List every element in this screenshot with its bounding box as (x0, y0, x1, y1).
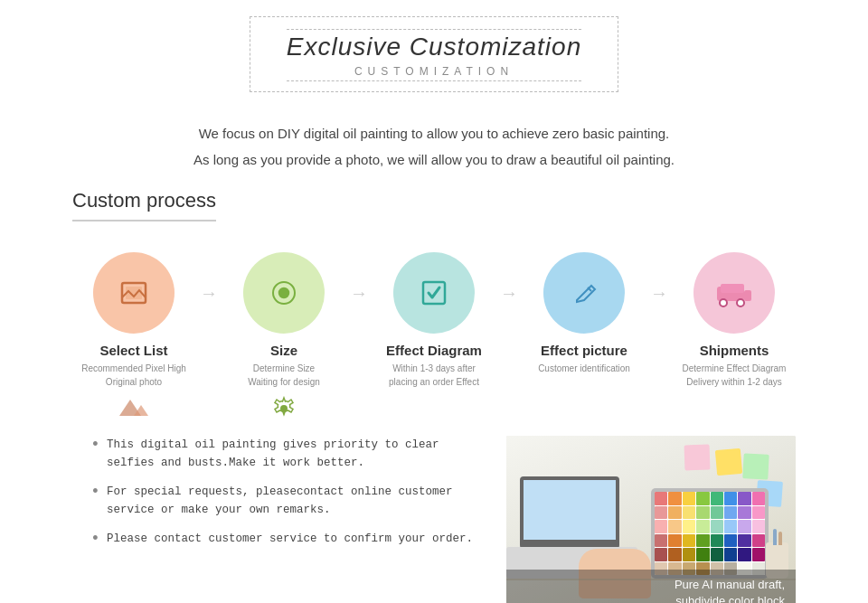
image-caption: Pure AI manual draft, subdivide color bl… (517, 577, 785, 603)
color-cell (696, 492, 709, 505)
color-cell (683, 548, 695, 561)
product-image: Pure AI manual draft, subdivide color bl… (506, 436, 796, 603)
caption-line2: subdivide color block (675, 594, 785, 603)
color-cell (655, 506, 667, 520)
step-circle-3 (393, 252, 475, 334)
color-cell (738, 534, 750, 548)
monitor-body (520, 476, 619, 549)
intro-line2: As long as you provide a photo, we will … (72, 147, 796, 174)
svg-point-11 (720, 299, 727, 306)
header-border: Exclusive Customization CUSTOMIZATION (250, 16, 618, 92)
color-cell (711, 534, 723, 548)
svg-point-12 (737, 299, 744, 306)
step-item-4: Effect pictureCustomer identification (523, 252, 646, 375)
color-cell (752, 534, 765, 548)
color-cell (711, 520, 723, 533)
text-paragraph-list: This digital oil painting gives priority… (90, 436, 479, 548)
step-sub-icon-2 (271, 396, 297, 427)
step-item-2: SizeDetermine SizeWaiting for design (222, 252, 345, 427)
svg-line-8 (588, 287, 591, 291)
step-desc-1: Recommended Pixel HighOriginal photo (81, 362, 186, 389)
step-circle-5 (693, 252, 775, 334)
process-title: Custom process (72, 189, 216, 221)
image-overlay: Pure AI manual draft, subdivide color bl… (506, 570, 796, 603)
color-cell (683, 506, 695, 520)
bottom-section: This digital oil painting gives priority… (0, 436, 868, 603)
step-name-1: Select List (99, 343, 167, 358)
svg-rect-13 (721, 284, 744, 293)
color-cell (738, 506, 750, 520)
svg-point-4 (279, 288, 288, 297)
pencil (778, 532, 782, 545)
text-paragraph-2: For special requests, pleasecontact onli… (90, 483, 479, 519)
step-circle-4 (543, 252, 625, 334)
intro-line1: We focus on DIY digital oil painting to … (72, 121, 796, 147)
step-desc-4: Customer identification (538, 362, 630, 375)
sub-title: CUSTOMIZATION (287, 65, 581, 78)
color-cell (696, 506, 709, 520)
color-cell (668, 520, 681, 533)
color-cell (668, 534, 681, 548)
arrow-3: → (495, 283, 523, 304)
intro-section: We focus on DIY digital oil painting to … (72, 121, 796, 173)
step-desc-5: Determine Effect DiagramDelivery within … (683, 362, 787, 389)
color-cell (724, 492, 737, 505)
step-name-4: Effect picture (541, 343, 627, 358)
step-name-3: Effect Diagram (386, 343, 482, 358)
color-cell (668, 492, 681, 505)
color-cell (668, 506, 681, 520)
sticky-note-pink (684, 445, 711, 471)
color-cell (752, 520, 765, 533)
main-title: Exclusive Customization (287, 33, 581, 61)
text-paragraph-1: This digital oil painting gives priority… (90, 436, 479, 472)
color-cell (724, 534, 737, 548)
color-cell (696, 548, 709, 561)
caption-line1: Pure AI manual draft, (675, 578, 785, 591)
color-cell (752, 506, 765, 520)
color-cell (696, 520, 709, 533)
text-paragraph-3: Please contact customer service to confi… (90, 530, 479, 548)
step-item-3: Effect DiagramWithin 1-3 days afterplaci… (373, 252, 495, 389)
step-desc-3: Within 1-3 days afterplacing an order Ef… (389, 362, 479, 389)
color-cell (655, 492, 667, 505)
sticky-note-green (742, 453, 769, 479)
left-text-content: This digital oil painting gives priority… (72, 436, 479, 559)
color-cell (655, 548, 667, 561)
step-item-5: ShipmentsDetermine Effect DiagramDeliver… (673, 252, 796, 389)
color-cell (738, 492, 750, 505)
step-name-5: Shipments (700, 343, 769, 358)
color-cell (724, 548, 737, 561)
svg-rect-10 (744, 290, 751, 301)
step-name-2: Size (270, 343, 297, 358)
color-cell (711, 548, 723, 561)
color-cell (683, 534, 695, 548)
step-sub-icon-1 (119, 396, 148, 421)
step-desc-2: Determine SizeWaiting for design (248, 362, 320, 389)
step-item-1: Select ListRecommended Pixel HighOrigina… (72, 252, 195, 421)
color-cell (711, 492, 723, 505)
monitor-screen (524, 480, 616, 540)
color-cell (655, 520, 667, 533)
color-cell (655, 534, 667, 548)
color-cell (738, 520, 750, 533)
color-cell (752, 548, 765, 561)
color-cell (711, 506, 723, 520)
step-circle-1 (93, 252, 175, 334)
step-circle-2 (243, 252, 325, 334)
arrow-4: → (646, 283, 673, 304)
color-cell (696, 534, 709, 548)
steps-row: Select ListRecommended Pixel HighOrigina… (72, 252, 796, 427)
color-cell (683, 492, 695, 505)
pen (773, 529, 777, 545)
color-cell (724, 506, 737, 520)
sticky-note-yellow (715, 448, 742, 476)
color-cell (752, 492, 765, 505)
tablet-screen (655, 492, 765, 575)
arrow-1: → (195, 283, 222, 304)
color-cell (683, 520, 695, 533)
tablet (651, 488, 769, 579)
header-section: Exclusive Customization CUSTOMIZATION (0, 0, 868, 101)
color-cell (668, 548, 681, 561)
color-cell (738, 548, 750, 561)
arrow-2: → (345, 283, 373, 304)
